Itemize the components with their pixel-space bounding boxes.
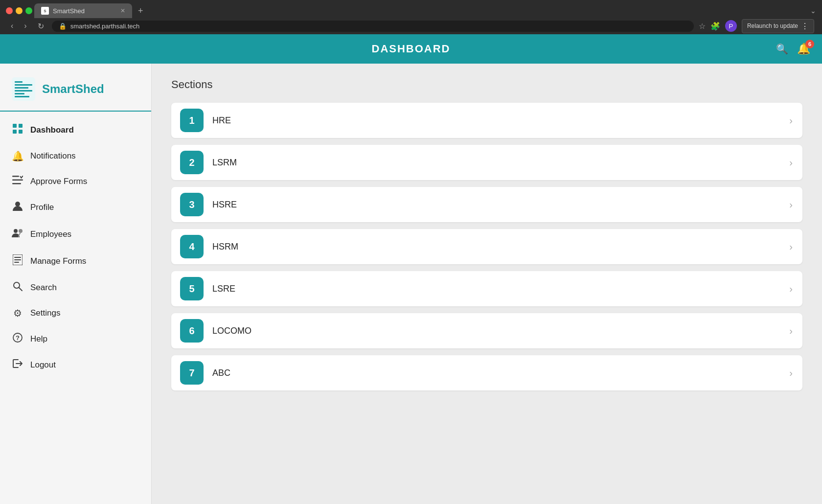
sections-heading: Sections <box>171 78 802 91</box>
sidebar-item-dashboard[interactable]: Dashboard <box>0 116 151 143</box>
profile-icon[interactable]: P <box>725 20 737 32</box>
sections-list: 1 HRE › 2 LSRM › 3 HSRE › 4 HSRM › 5 LSR… <box>171 103 802 390</box>
header-right-actions: 🔍 🔔 6 <box>776 43 810 55</box>
sidebar-item-manage-forms[interactable]: Manage Forms <box>0 248 151 275</box>
svg-rect-20 <box>14 262 19 263</box>
section-card-lsre[interactable]: 5 LSRE › <box>171 271 802 306</box>
svg-point-16 <box>19 229 23 233</box>
tab-close-icon[interactable]: ✕ <box>120 7 125 14</box>
app-container: DASHBOARD 🔍 🔔 6 Smart <box>0 34 822 504</box>
section-card-abc[interactable]: 7 ABC › <box>171 355 802 390</box>
sidebar-item-notifications[interactable]: 🔔 Notifications <box>0 143 151 169</box>
bookmark-icon[interactable]: ☆ <box>699 22 706 31</box>
svg-rect-18 <box>14 257 21 258</box>
relaunch-label: Relaunch to update <box>747 23 798 29</box>
svg-rect-8 <box>19 124 23 128</box>
new-tab-button[interactable]: + <box>134 5 147 17</box>
bell-icon: 🔔 <box>12 150 23 162</box>
svg-rect-10 <box>19 130 23 134</box>
section-name: LOCOMO <box>212 326 789 336</box>
header-search-icon[interactable]: 🔍 <box>776 43 788 55</box>
svg-point-15 <box>14 229 18 233</box>
help-icon: ? <box>12 333 23 345</box>
main-area: SmartShed Dashboard 🔔 Notifications <box>0 64 822 504</box>
sidebar-item-label-profile: Profile <box>30 203 54 212</box>
svg-rect-2 <box>15 84 32 86</box>
sidebar-item-help[interactable]: ? Help <box>0 326 151 352</box>
svg-rect-1 <box>15 81 23 83</box>
svg-rect-7 <box>13 124 17 128</box>
tab-title: SmartShed <box>53 7 116 15</box>
svg-point-21 <box>14 282 20 288</box>
section-number-badge: 2 <box>180 151 204 174</box>
chevron-right-icon: › <box>789 367 793 379</box>
close-window-dot[interactable] <box>6 7 13 14</box>
svg-rect-19 <box>14 259 21 260</box>
tab-bar: S SmartShed ✕ + ⌄ <box>0 0 822 18</box>
url-text: smartshed.parthsali.tech <box>70 23 140 30</box>
notification-badge: 6 <box>805 40 814 48</box>
section-name: HSRM <box>212 242 789 252</box>
logout-icon <box>12 359 23 371</box>
section-number-badge: 1 <box>180 109 204 132</box>
smartshed-logo-icon <box>12 77 35 101</box>
sidebar-item-employees[interactable]: Employees <box>0 221 151 248</box>
back-button[interactable]: ‹ <box>8 21 16 31</box>
app-header-title: DASHBOARD <box>372 43 451 55</box>
chevron-right-icon: › <box>789 157 793 168</box>
svg-rect-11 <box>12 176 19 177</box>
reload-button[interactable]: ↻ <box>35 21 47 32</box>
sidebar-item-settings[interactable]: ⚙ Settings <box>0 300 151 326</box>
section-name: ABC <box>212 368 789 378</box>
address-bar: ‹ › ↻ 🔒 smartshed.parthsali.tech ☆ 🧩 P R… <box>0 18 822 34</box>
url-lock-icon: 🔒 <box>59 23 67 30</box>
minimize-window-dot[interactable] <box>16 7 23 14</box>
section-name: HSRE <box>212 200 789 210</box>
sidebar-logo-area: SmartShed <box>0 64 151 112</box>
section-card-hre[interactable]: 1 HRE › <box>171 103 802 138</box>
sidebar: SmartShed Dashboard 🔔 Notifications <box>0 64 152 504</box>
sidebar-item-label-manage-forms: Manage Forms <box>30 256 86 266</box>
sidebar-item-label-help: Help <box>30 334 47 344</box>
browser-right-actions: ☆ 🧩 P Relaunch to update ⋮ <box>699 19 814 33</box>
chevron-right-icon: › <box>789 241 793 252</box>
section-number-badge: 6 <box>180 319 204 343</box>
svg-rect-12 <box>12 180 23 181</box>
section-card-lsrm[interactable]: 2 LSRM › <box>171 145 802 180</box>
content-area: Sections 1 HRE › 2 LSRM › 3 HSRE › 4 HSR… <box>152 64 822 504</box>
forward-button[interactable]: › <box>21 21 29 31</box>
section-card-hsre[interactable]: 3 HSRE › <box>171 187 802 222</box>
chevron-right-icon: › <box>789 115 793 126</box>
sidebar-item-search[interactable]: Search <box>0 275 151 300</box>
section-card-hsrm[interactable]: 4 HSRM › <box>171 229 802 264</box>
search-icon <box>12 281 23 294</box>
maximize-window-dot[interactable] <box>25 7 32 14</box>
section-number-badge: 4 <box>180 235 204 258</box>
notification-button[interactable]: 🔔 6 <box>797 43 810 55</box>
section-card-locomo[interactable]: 6 LOCOMO › <box>171 313 802 348</box>
sidebar-nav: Dashboard 🔔 Notifications Approve Forms <box>0 112 151 383</box>
sidebar-item-label-notifications: Notifications <box>30 151 76 161</box>
manage-forms-icon <box>12 254 23 268</box>
url-bar[interactable]: 🔒 smartshed.parthsali.tech <box>52 21 694 32</box>
sidebar-item-approve-forms[interactable]: Approve Forms <box>0 169 151 194</box>
sidebar-item-profile[interactable]: Profile <box>0 194 151 221</box>
browser-chrome: S SmartShed ✕ + ⌄ ‹ › ↻ 🔒 smartshed.part… <box>0 0 822 34</box>
section-name: LSRE <box>212 284 789 294</box>
sidebar-item-logout[interactable]: Logout <box>0 352 151 378</box>
sidebar-logo-text: SmartShed <box>42 82 104 96</box>
sidebar-item-label-employees: Employees <box>30 229 71 239</box>
section-number-badge: 3 <box>180 193 204 216</box>
section-number-badge: 7 <box>180 361 204 385</box>
tab-dropdown-icon[interactable]: ⌄ <box>810 7 816 15</box>
section-number-badge: 5 <box>180 277 204 300</box>
extensions-icon[interactable]: 🧩 <box>710 22 720 31</box>
svg-rect-5 <box>15 93 24 94</box>
sidebar-item-label-approve-forms: Approve Forms <box>30 177 87 186</box>
relaunch-button[interactable]: Relaunch to update ⋮ <box>742 19 814 33</box>
svg-rect-3 <box>15 87 28 89</box>
active-tab[interactable]: S SmartShed ✕ <box>34 3 132 18</box>
sidebar-item-label-dashboard: Dashboard <box>30 125 74 135</box>
approve-forms-icon <box>12 176 23 187</box>
employees-icon <box>12 228 23 241</box>
